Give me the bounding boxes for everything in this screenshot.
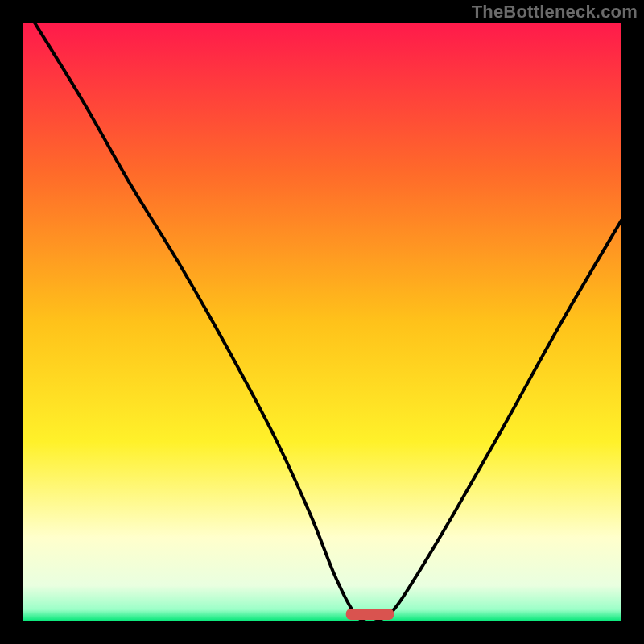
plot-area xyxy=(23,23,621,621)
optimal-marker xyxy=(346,609,394,620)
attribution-label: TheBottleneck.com xyxy=(472,2,638,23)
chart-frame: TheBottleneck.com xyxy=(0,0,644,644)
gradient-background xyxy=(23,23,621,621)
bottleneck-chart xyxy=(23,23,621,621)
